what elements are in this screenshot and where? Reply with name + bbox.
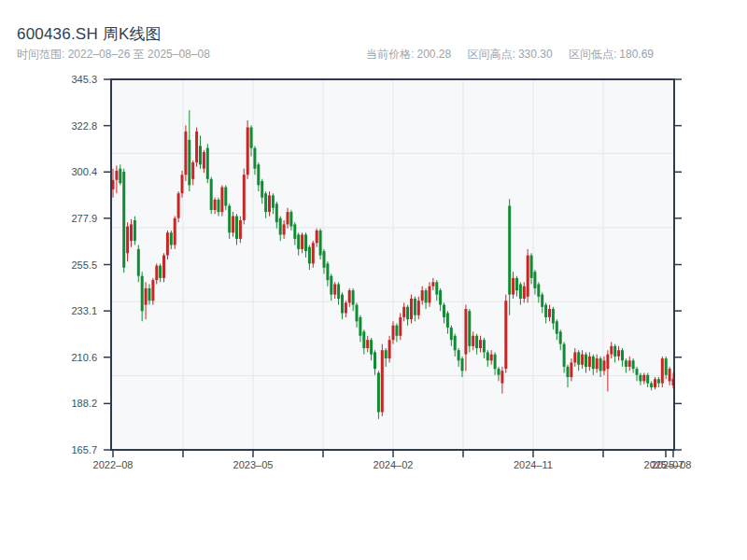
candle-body [395,326,398,336]
candle-body [446,313,449,328]
candle-body [289,212,292,227]
candle-body [414,299,416,315]
candle-body [308,247,311,264]
candle-body [425,290,428,302]
candle-body [429,287,431,303]
candle-body [199,146,202,164]
candle-body [345,302,347,313]
candle-body [218,200,220,212]
candle-body [498,369,500,375]
candle-body [293,224,296,239]
candle-body [362,331,365,348]
candle-body [435,282,438,294]
candle-body [301,234,303,249]
candle-body [359,317,361,336]
y-axis-tick-label: 233.1 [41,305,97,316]
candle-body [483,340,486,352]
candle-body [174,218,176,245]
candle-body [657,379,660,383]
candle-body [472,336,474,346]
candle-body [366,340,369,348]
candle-body [155,266,158,281]
x-axis-tick-label: 2024–02 [360,459,426,470]
candle-body [337,285,340,300]
candle-body [559,331,562,343]
candle-body [312,243,315,263]
candle-body [537,285,540,297]
candle-body [374,352,376,369]
candle-body [126,227,129,254]
candle-body [206,148,209,179]
candle-body [464,309,467,355]
candle-body [621,350,624,360]
y-axis-tick-label: 210.6 [41,352,97,363]
candle-body [195,132,198,162]
candle-body [341,295,344,314]
candle-body [642,375,645,382]
candle-body [297,234,300,249]
candlestick-chart [0,0,747,560]
candle-body [541,295,543,307]
y-axis-tick-label: 277.9 [41,213,97,224]
candle-body [370,340,373,355]
y-axis-tick-label: 165.7 [41,444,97,455]
candle-body [115,171,118,180]
candle-body [439,290,442,305]
candle-body [570,363,572,378]
candle-body [247,128,249,175]
candle-body [275,203,278,222]
candle-body [461,358,464,371]
candle-body [573,352,576,362]
candle-body [356,305,359,322]
candle-body [287,212,289,224]
candle-body [486,352,489,360]
candle-body [268,195,271,212]
candle-body [588,357,591,367]
candle-body [592,357,595,369]
candle-body [523,287,526,299]
candle-body [323,251,326,268]
candle-body [235,217,238,239]
candle-body [330,276,332,295]
candle-body [148,288,151,301]
candle-body [548,309,551,317]
candle-body [599,358,602,371]
candle-body [479,340,482,348]
candle-body [250,128,253,148]
candle-body [243,175,246,220]
candle-body [381,350,384,412]
y-axis-tick-label: 322.8 [41,120,97,132]
candle-body [490,355,493,361]
x-axis-tick-label: 2025–08 [639,459,704,470]
candle-body [145,288,148,305]
candle-body [162,256,165,278]
candle-body [210,179,213,210]
candle-body [636,369,639,375]
candle-body [279,218,282,235]
candle-body [119,169,121,184]
candle-body [377,373,380,413]
candle-body [352,290,355,305]
candle-body [188,140,190,186]
candle-body [494,355,497,370]
candle-body [646,375,649,384]
candle-body [137,249,140,276]
candle-body [228,206,231,233]
candle-body [544,305,547,317]
candle-body [406,307,409,319]
y-axis-tick-label: 255.5 [41,259,97,271]
candle-body [257,164,260,185]
candle-body [170,232,173,245]
candle-body [232,217,234,233]
x-axis-tick-label: 2024–11 [500,459,566,470]
x-axis-tick-label: 2023–05 [220,459,286,470]
candle-body [504,301,507,369]
candle-body [458,350,460,360]
candle-body [639,375,641,382]
candle-body [348,290,351,302]
candle-body [122,172,125,268]
candle-body [585,355,587,367]
candle-body [606,355,609,370]
candle-body [632,360,635,369]
candle-body [508,206,511,295]
